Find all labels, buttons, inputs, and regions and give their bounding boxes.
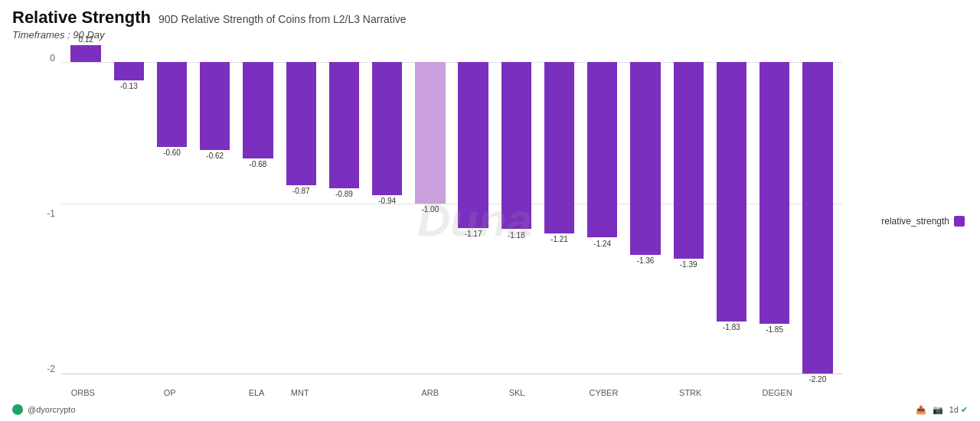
bar-group: -1.00 [409, 45, 452, 374]
bar-rect [114, 62, 144, 80]
legend-label: relative_strength [881, 216, 949, 227]
page-title: Relative Strength [12, 8, 151, 28]
legend: relative_strength [881, 216, 965, 227]
time-label: 1d ✔ [949, 405, 968, 415]
bar-wrapper: -1.18 [495, 45, 537, 374]
bar-rect [458, 62, 488, 227]
bar-wrapper: -1.21 [537, 45, 580, 374]
plot-area: 0.12-0.13-0.60-0.62-0.68-0.87-0.89-0.94-… [61, 45, 842, 374]
bar-value-label: -0.13 [120, 82, 138, 90]
bar-wrapper: -2.20 [796, 45, 839, 374]
bar-value-label: -1.21 [550, 235, 568, 243]
bar-group: -1.17 [452, 45, 495, 374]
bar-rect [501, 62, 531, 229]
bar-group: -0.89 [322, 45, 365, 374]
time-value: 1d [949, 405, 959, 414]
twitter-handle: @dyorcrypto [28, 405, 76, 414]
bar-rect [630, 62, 660, 254]
bar-group: 0.12 [64, 45, 107, 374]
bar-rect [329, 62, 359, 188]
chart-subtitle: 90D Relative Strength of Coins from L2/L… [158, 13, 407, 25]
bar-wrapper: -1.36 [624, 45, 667, 374]
bar-value-label: -0.87 [292, 187, 310, 195]
bar-wrapper: -0.89 [322, 45, 365, 374]
bar-wrapper: -1.17 [452, 45, 495, 374]
y-label-0: 0 [0, 53, 61, 64]
y-label-neg2: -2 [0, 364, 61, 374]
bar-group: -0.68 [237, 45, 279, 374]
x-tick: CYBER [582, 388, 626, 397]
bar-rect [157, 62, 187, 147]
bar-value-label: -1.17 [465, 230, 482, 238]
bar-group: -1.24 [581, 45, 624, 374]
bar-wrapper: -1.24 [581, 45, 624, 374]
bar-value-label: -1.18 [508, 231, 525, 240]
bar-rect [286, 62, 316, 185]
bar-group: -0.60 [150, 45, 193, 374]
footer: @dyorcrypto 📤 📷 1d ✔ [0, 398, 980, 421]
bar-wrapper: 0.12 [64, 45, 107, 374]
bar-wrapper: -1.85 [753, 45, 796, 374]
check-icon: ✔ [961, 405, 968, 414]
x-tick: STRK [668, 388, 712, 397]
bar-group: -0.87 [279, 45, 322, 374]
bar-value-label: -0.62 [206, 152, 224, 160]
bar-rect [587, 62, 617, 237]
bar-group: -0.94 [366, 45, 409, 374]
bar-group: -1.21 [537, 45, 580, 374]
brand-icon [12, 404, 23, 415]
x-tick: ELA [235, 388, 279, 397]
bar-value-label: 0.12 [78, 35, 93, 44]
bars-container: 0.12-0.13-0.60-0.62-0.68-0.87-0.89-0.94-… [61, 45, 842, 374]
footer-right: 📤 📷 1d ✔ [916, 405, 968, 415]
y-label-neg1: -1 [0, 208, 61, 219]
header: Relative Strength 90D Relative Strength … [0, 0, 980, 29]
bar-value-label: -1.36 [637, 256, 655, 265]
x-tick: DEGEN [756, 388, 799, 397]
bar-group: -1.39 [667, 45, 710, 374]
bar-wrapper: -0.87 [279, 45, 322, 374]
bar-group: -1.18 [495, 45, 537, 374]
bar-group: -1.36 [624, 45, 667, 374]
bar-rect [243, 62, 273, 158]
x-tick: SKL [495, 388, 539, 397]
bar-wrapper: -1.83 [710, 45, 753, 374]
bar-wrapper: -0.62 [194, 45, 237, 374]
bar-group: -0.13 [107, 45, 150, 374]
bar-wrapper: -0.60 [150, 45, 193, 374]
x-tick: ORBS [61, 388, 105, 397]
share-icon[interactable]: 📤 [916, 405, 926, 415]
bar-rect [802, 62, 832, 374]
y-axis: 0 -1 -2 [0, 45, 61, 397]
bar-rect [372, 62, 402, 195]
bar-rect [200, 62, 230, 150]
x-tick: ARB [408, 388, 452, 397]
x-tick: OP [148, 388, 191, 397]
bar-rect [717, 62, 746, 321]
bar-rect [760, 62, 789, 324]
bar-wrapper: -0.13 [107, 45, 150, 374]
x-axis: ORBSOPELAMNTARBSKLCYBERSTRKDEGEN [61, 374, 842, 397]
bar-group: -2.20 [796, 45, 839, 374]
camera-icon[interactable]: 📷 [933, 405, 943, 415]
bar-group: -1.83 [710, 45, 753, 374]
bar-wrapper: -0.68 [237, 45, 279, 374]
chart-area: 0 -1 -2 0.12-0.13-0.60-0.62-0.68-0.87-0.… [0, 45, 980, 397]
bar-value-label: -1.24 [593, 240, 611, 248]
bar-value-label: -1.39 [680, 260, 697, 269]
bar-rect [674, 62, 704, 259]
footer-left: @dyorcrypto [12, 404, 76, 415]
legend-color-box [954, 216, 965, 227]
bar-value-label: -0.94 [378, 197, 396, 205]
bar-rect [70, 45, 100, 62]
bar-group: -0.62 [194, 45, 237, 374]
bar-value-label: -0.60 [163, 148, 181, 157]
bar-value-label: -1.85 [766, 325, 783, 334]
bar-wrapper: -1.00 [409, 45, 452, 374]
bar-group: -1.85 [753, 45, 796, 374]
bar-wrapper: -0.94 [366, 45, 409, 374]
bar-value-label: -0.89 [335, 190, 353, 198]
bar-value-label: -0.68 [250, 160, 267, 168]
bar-rect [544, 62, 574, 233]
bar-value-label: -1.00 [421, 205, 439, 214]
